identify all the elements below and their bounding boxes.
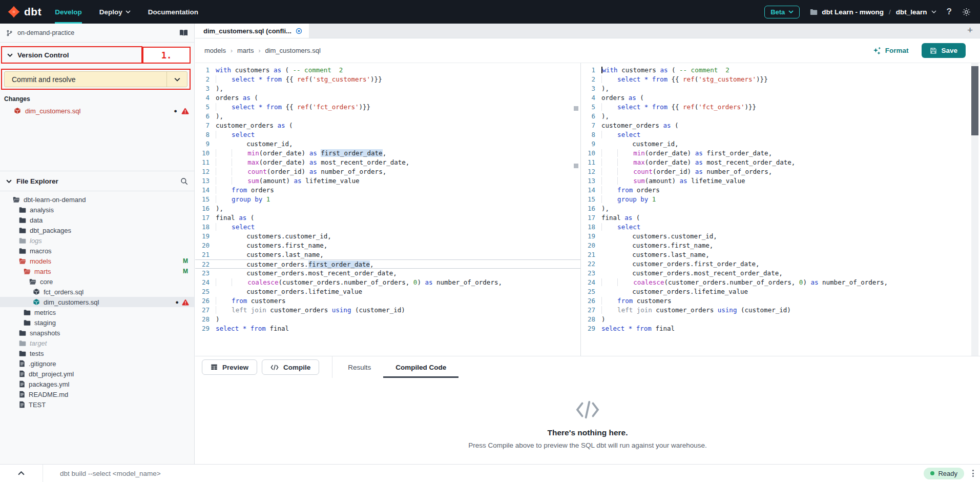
code-line-27[interactable]: 27 left join customer_orders using (cust…	[195, 306, 580, 315]
code-line-16[interactable]: 16),	[195, 204, 580, 213]
code-line-24[interactable]: 24 coalesce(customer_orders.number_of_or…	[195, 278, 580, 287]
tree-item-dbt_project.yml[interactable]: dbt_project.yml	[0, 369, 194, 379]
code-line-14[interactable]: 14 from orders	[195, 186, 580, 195]
code-line-26[interactable]: 26 from customers	[581, 296, 980, 306]
tree-item-dbt_packages[interactable]: dbt_packages	[0, 225, 194, 235]
code-line-28[interactable]: 28)	[195, 315, 580, 324]
code-line-3[interactable]: 3),	[195, 84, 580, 93]
nav-develop[interactable]: Develop	[55, 0, 82, 24]
code-line-17[interactable]: 17final as (	[581, 213, 980, 223]
tab-dim-customers[interactable]: dim_customers.sql (confli...	[195, 24, 309, 38]
code-line-26[interactable]: 26 from customers	[195, 296, 580, 306]
tab-results[interactable]: Results	[336, 356, 383, 378]
code-line-7[interactable]: 7customer_orders as (	[195, 121, 580, 130]
code-line-10[interactable]: 10 min(order_date) as first_order_date,	[581, 149, 980, 158]
code-line-20[interactable]: 20 customers.first_name,	[195, 241, 580, 250]
code-line-29[interactable]: 29select * from final	[195, 324, 580, 333]
format-button[interactable]: Format	[873, 47, 909, 55]
code-line-29[interactable]: 29select * from final	[581, 324, 980, 333]
breadcrumb-models[interactable]: models	[204, 47, 226, 54]
tree-item-models[interactable]: modelsM	[0, 256, 194, 266]
code-line-18[interactable]: 18 select	[195, 223, 580, 232]
code-line-10[interactable]: 10 min(order_date) as first_order_date,	[195, 149, 580, 158]
code-line-6[interactable]: 6),	[581, 112, 980, 121]
nav-deploy[interactable]: Deploy	[99, 0, 131, 24]
tab-compiled-code[interactable]: Compiled Code	[383, 356, 458, 378]
tree-item-macros[interactable]: macros	[0, 246, 194, 256]
code-line-12[interactable]: 12 count(order_id) as number_of_orders,	[195, 167, 580, 176]
code-line-13[interactable]: 13 sum(amount) as lifetime_value	[581, 176, 980, 186]
code-line-15[interactable]: 15 group by 1	[581, 195, 980, 204]
collapse-panel-button[interactable]	[0, 465, 43, 482]
tree-item-snapshots[interactable]: snapshots	[0, 328, 194, 338]
tree-item-README.md[interactable]: README.md	[0, 389, 194, 399]
code-line-25[interactable]: 25 customer_orders.lifetime_value	[581, 287, 980, 296]
code-line-22[interactable]: 22 customer_orders.first_order_date,	[581, 259, 980, 269]
code-line-6[interactable]: 6),	[195, 112, 580, 121]
code-line-3[interactable]: 3),	[581, 84, 980, 93]
tree-item-staging[interactable]: staging	[0, 317, 194, 328]
tree-item-target[interactable]: target	[0, 338, 194, 348]
code-line-13[interactable]: 13 sum(amount) as lifetime_value	[195, 176, 580, 186]
code-line-21[interactable]: 21 customers.last_name,	[581, 250, 980, 259]
code-line-8[interactable]: 8 select	[195, 130, 580, 139]
code-line-22[interactable]: 22 customer_orders.first_order_date,	[195, 259, 580, 269]
code-line-12[interactable]: 12 count(order_id) as number_of_orders,	[581, 167, 980, 176]
book-icon[interactable]	[179, 29, 188, 36]
tree-item-logs[interactable]: logs	[0, 235, 194, 246]
code-line-25[interactable]: 25 customer_orders.lifetime_value	[195, 287, 580, 296]
project-selector[interactable]: dbt Learn - mwong / dbt_learn	[810, 8, 936, 16]
file-explorer-header[interactable]: File Explorer	[0, 171, 194, 191]
code-line-2[interactable]: 2 select * from {{ ref('stg_customers')}…	[581, 75, 980, 84]
code-line-24[interactable]: 24 coalesce(customer_orders.number_of_or…	[581, 278, 980, 287]
editor-pane-left[interactable]: 1with customers as ( -- comment 22 selec…	[195, 63, 580, 356]
help-icon[interactable]: ?	[947, 7, 952, 17]
code-line-7[interactable]: 7customer_orders as (	[581, 121, 980, 130]
code-line-8[interactable]: 8 select	[581, 130, 980, 139]
code-line-15[interactable]: 15 group by 1	[195, 195, 580, 204]
code-line-23[interactable]: 23 customer_orders.most_recent_order_dat…	[581, 269, 980, 278]
code-line-20[interactable]: 20 customers.first_name,	[581, 241, 980, 250]
code-line-28[interactable]: 28)	[581, 315, 980, 324]
code-line-1[interactable]: 1with customers as ( -- comment 2	[581, 66, 980, 75]
tree-item-marts[interactable]: martsM	[0, 266, 194, 276]
nav-documentation[interactable]: Documentation	[148, 0, 198, 24]
code-line-1[interactable]: 1with customers as ( -- comment 2	[195, 66, 580, 75]
code-line-17[interactable]: 17final as (	[195, 213, 580, 223]
code-line-11[interactable]: 11 max(order_date) as most_recent_order_…	[581, 158, 980, 167]
tree-item-dim_customers.sql[interactable]: dim_customers.sql●	[0, 297, 194, 307]
commit-options-caret[interactable]	[166, 72, 187, 87]
tree-item-dbt-learn-on-demand[interactable]: dbt-learn-on-demand	[0, 194, 194, 205]
scrollbar-thumb[interactable]	[971, 66, 978, 135]
code-line-18[interactable]: 18 select	[581, 223, 980, 232]
breadcrumb-file[interactable]: dim_customers.sql	[265, 47, 320, 54]
beta-dropdown[interactable]: Beta	[764, 6, 800, 18]
changed-file-row[interactable]: dim_customers.sql ●	[0, 105, 194, 116]
code-line-5[interactable]: 5 select * from {{ ref('fct_orders')}}	[581, 103, 980, 112]
compile-button[interactable]: Compile	[262, 359, 319, 375]
tree-item-metrics[interactable]: metrics	[0, 307, 194, 317]
editor-pane-right[interactable]: 1with customers as ( -- comment 22 selec…	[580, 63, 980, 356]
code-line-9[interactable]: 9 customer_id,	[581, 139, 980, 149]
tree-item-packages.yml[interactable]: packages.yml	[0, 379, 194, 389]
search-icon[interactable]	[180, 177, 188, 185]
code-line-14[interactable]: 14 from orders	[581, 186, 980, 195]
tree-item-tests[interactable]: tests	[0, 348, 194, 358]
breadcrumb-marts[interactable]: marts	[237, 47, 254, 54]
code-line-23[interactable]: 23 customer_orders.most_recent_order_dat…	[195, 269, 580, 278]
code-line-9[interactable]: 9 customer_id,	[195, 139, 580, 149]
tree-item-analysis[interactable]: analysis	[0, 205, 194, 215]
tree-item-TEST[interactable]: TEST	[0, 399, 194, 410]
tree-item-data[interactable]: data	[0, 215, 194, 225]
code-line-4[interactable]: 4orders as (	[581, 93, 980, 103]
code-line-5[interactable]: 5 select * from {{ ref('fct_orders')}}	[195, 103, 580, 112]
gear-icon[interactable]	[962, 8, 971, 16]
code-line-21[interactable]: 21 customers.last_name,	[195, 250, 580, 259]
branch-row[interactable]: on-demand-practice	[0, 24, 194, 43]
new-tab-button[interactable]: +	[967, 25, 973, 36]
code-line-19[interactable]: 19 customers.customer_id,	[195, 232, 580, 241]
code-line-2[interactable]: 2 select * from {{ ref('stg_customers')}…	[195, 75, 580, 84]
code-line-11[interactable]: 11 max(order_date) as most_recent_order_…	[195, 158, 580, 167]
commit-and-resolve-button[interactable]: Commit and resolve	[4, 71, 187, 87]
tree-item-.gitignore[interactable]: .gitignore	[0, 358, 194, 369]
